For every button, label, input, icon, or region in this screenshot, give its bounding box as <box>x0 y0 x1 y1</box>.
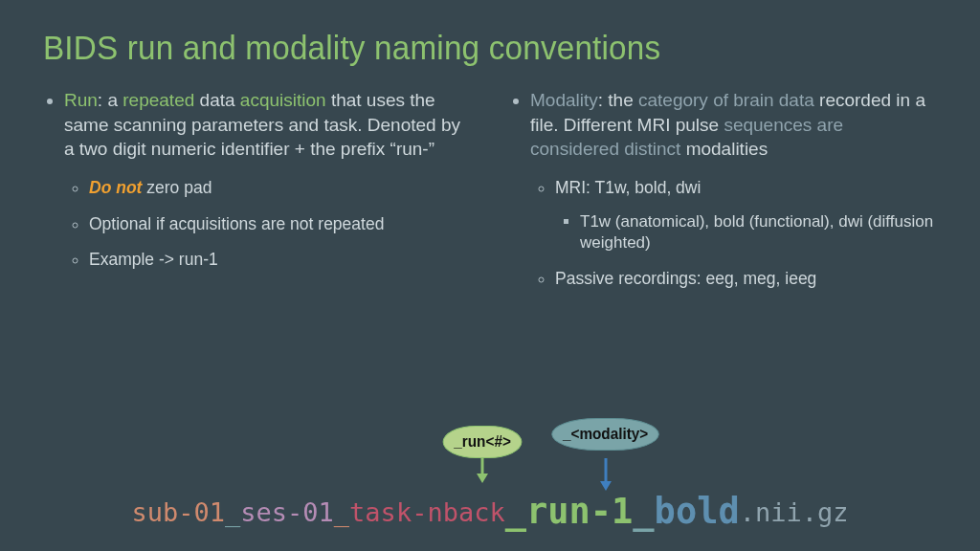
modality-mri-detail: T1w (anatomical), bold (functional), dwi… <box>580 211 937 255</box>
run-definition: Run: a repeated data acquisition that us… <box>64 88 471 162</box>
example-filename: sub-01_ses-01_task-nback_run-1_bold.nii.… <box>0 491 980 532</box>
code-underscore: _ <box>633 491 654 532</box>
run-note-example: Example -> run-1 <box>89 249 471 272</box>
arrow-down-icon <box>599 458 612 491</box>
code-task: task-nback <box>349 497 505 527</box>
code-underscore: _ <box>334 497 349 527</box>
run-note-optional: Optional if acquisitions are not repeate… <box>89 213 471 236</box>
code-sub: sub-01 <box>131 497 225 527</box>
left-column: Run: a repeated data acquisition that us… <box>43 88 471 304</box>
slide-title: BIDS run and modality naming conventions <box>43 29 892 67</box>
code-ses: ses-01 <box>240 497 334 527</box>
code-underscore: _ <box>225 497 240 527</box>
modality-definition: Modality: the category of brain data rec… <box>530 88 937 162</box>
svg-marker-3 <box>600 481 612 491</box>
run-note-zeropad: Do not zero pad <box>89 177 471 200</box>
modality-bubble: _<modality> <box>552 418 660 451</box>
code-ext: .nii.gz <box>740 497 849 527</box>
code-run: _run-1 <box>505 491 634 532</box>
modality-mri: MRI: T1w, bold, dwi T1w (anatomical), bo… <box>555 177 937 255</box>
two-column-layout: Run: a repeated data acquisition that us… <box>43 88 937 304</box>
svg-marker-1 <box>477 474 488 483</box>
modality-passive: Passive recordings: eeg, meg, ieeg <box>555 268 937 291</box>
run-bubble: _run<#> <box>443 426 523 458</box>
right-column: Modality: the category of brain data rec… <box>509 88 937 304</box>
arrow-down-icon <box>476 458 489 483</box>
filename-diagram: _run<#> _<modality> sub-01_ses-01_task-n… <box>0 426 980 532</box>
code-bold: bold <box>655 491 740 532</box>
